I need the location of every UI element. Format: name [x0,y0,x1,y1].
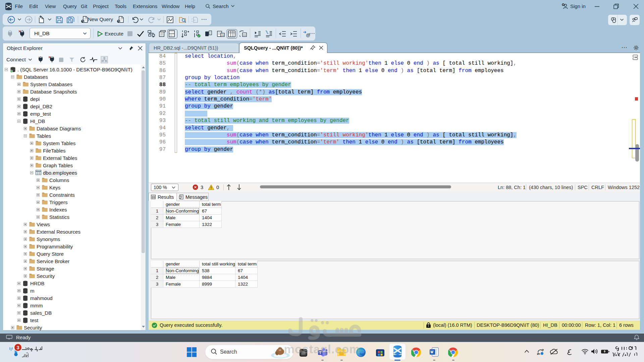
svg-text:01: 01 [221,34,224,36]
svg-text:01: 01 [243,34,246,37]
